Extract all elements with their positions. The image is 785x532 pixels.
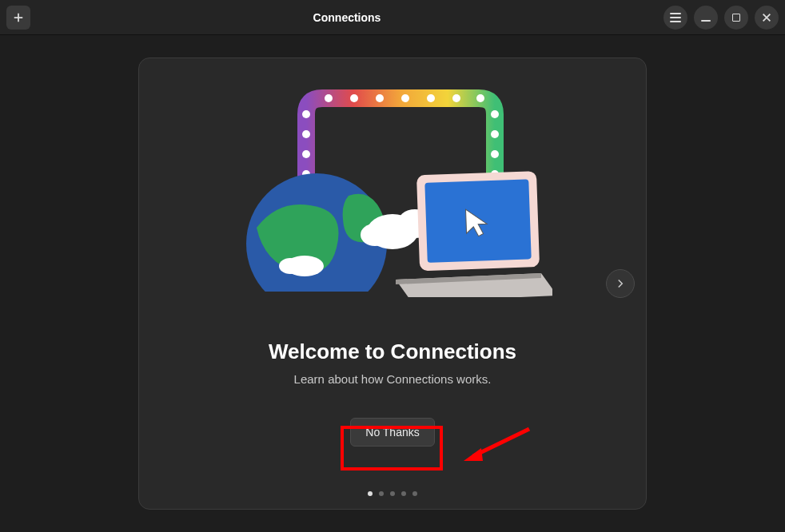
hamburger-icon — [670, 13, 681, 22]
svg-point-18 — [279, 258, 301, 274]
window-title: Connections — [30, 11, 663, 24]
svg-point-10 — [452, 94, 460, 102]
plus-icon — [13, 12, 24, 23]
page-dot-5[interactable] — [412, 491, 417, 496]
svg-rect-19 — [241, 292, 400, 316]
page-dots — [368, 491, 417, 496]
svg-point-14 — [491, 150, 499, 158]
add-button[interactable] — [6, 6, 30, 30]
maximize-icon — [732, 14, 740, 22]
welcome-title: Welcome to Connections — [269, 339, 516, 364]
headerbar-right — [663, 6, 779, 30]
minimize-icon — [701, 20, 711, 22]
headerbar: Connections — [0, 0, 785, 35]
svg-point-9 — [427, 94, 435, 102]
svg-point-8 — [401, 94, 409, 102]
maximize-button[interactable] — [724, 6, 748, 30]
no-thanks-button[interactable]: No Thanks — [350, 418, 434, 447]
welcome-subtitle: Learn about how Connections works. — [294, 372, 492, 386]
svg-marker-27 — [464, 448, 483, 461]
welcome-illustration — [233, 84, 552, 316]
minimize-button[interactable] — [694, 6, 718, 30]
svg-point-13 — [491, 130, 499, 138]
page-dot-1[interactable] — [368, 491, 373, 496]
svg-point-5 — [325, 94, 333, 102]
welcome-card: Welcome to Connections Learn about how C… — [138, 58, 647, 510]
next-page-button[interactable] — [606, 269, 635, 298]
svg-point-7 — [376, 94, 384, 102]
main-area: Welcome to Connections Learn about how C… — [0, 35, 785, 532]
svg-point-22 — [361, 224, 389, 246]
annotation-arrow-icon — [457, 423, 537, 470]
svg-point-3 — [302, 130, 310, 138]
svg-point-4 — [302, 110, 310, 118]
svg-rect-25 — [385, 297, 552, 316]
svg-point-6 — [350, 94, 358, 102]
menu-button[interactable] — [663, 6, 687, 30]
chevron-right-icon — [616, 279, 625, 288]
svg-line-26 — [473, 429, 529, 456]
page-dot-2[interactable] — [379, 491, 384, 496]
page-dot-3[interactable] — [390, 491, 395, 496]
close-icon — [761, 12, 772, 23]
page-dot-4[interactable] — [401, 491, 406, 496]
svg-point-12 — [491, 110, 499, 118]
svg-point-11 — [476, 94, 484, 102]
headerbar-left — [6, 6, 30, 30]
svg-point-2 — [302, 150, 310, 158]
close-button[interactable] — [755, 6, 779, 30]
